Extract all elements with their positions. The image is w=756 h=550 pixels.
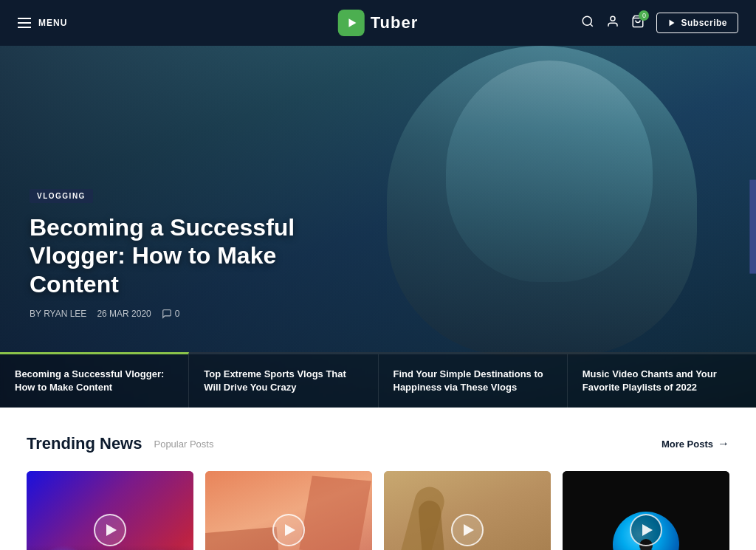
category-tag[interactable]: VLOGGING [30,189,93,203]
cart-icon[interactable]: 0 [631,15,645,32]
play-button-3[interactable] [451,514,484,546]
search-icon[interactable] [581,15,594,32]
slide-text-3: Find Your Simple Destinations to Happine… [394,368,552,394]
logo[interactable]: Tuber [338,10,418,36]
more-posts-link[interactable]: More Posts → [662,437,729,450]
svg-point-1 [583,16,592,25]
subscribe-label: Subscribe [681,18,727,28]
hero-slide-2[interactable]: Top Extreme Sports Vlogs That Will Drive… [189,352,378,408]
svg-marker-5 [670,20,675,27]
play-overlay-1 [27,471,193,550]
hero-slides: Becoming a Successful Vlogger: How to Ma… [0,352,756,408]
site-header: MENU Tuber 0 [0,0,756,46]
play-icon-1 [106,524,117,536]
trending-title: Trending News [27,434,142,453]
svg-line-2 [591,24,593,26]
post-card-4[interactable] [563,471,729,550]
play-icon-3 [464,524,474,536]
hero-title[interactable]: Becoming a Successful Vlogger: How to Ma… [30,213,369,298]
post-card-1[interactable] [27,471,193,550]
trending-header: Trending News Popular Posts More Posts → [27,434,729,453]
more-posts-label: More Posts [662,439,713,450]
menu-button[interactable]: MENU [18,18,67,28]
hero-slide-4[interactable]: Music Video Chants and Your Favorite Pla… [568,352,756,408]
trending-section: Trending News Popular Posts More Posts → [0,408,756,550]
svg-point-3 [611,16,615,21]
post-card-2[interactable] [205,471,372,550]
subscribe-button[interactable]: Subscribe [656,13,738,33]
post-card-3[interactable] [384,471,551,550]
trending-title-group: Trending News Popular Posts [27,434,213,453]
play-overlay-3 [384,471,551,550]
posts-grid [27,471,729,550]
logo-icon [338,10,365,36]
play-icon-4 [642,524,653,536]
slide-text-1: Becoming a Successful Vlogger: How to Ma… [15,368,173,394]
hero-slide-1[interactable]: Becoming a Successful Vlogger: How to Ma… [0,352,189,408]
hero-slide-3[interactable]: Find Your Simple Destinations to Happine… [379,352,568,408]
hero-content: VLOGGING Becoming a Successful Vlogger: … [30,188,369,319]
tuber-demos-tab[interactable]: Tuber Demos [750,180,756,274]
play-button-2[interactable] [272,514,305,546]
play-button-4[interactable] [630,514,662,546]
hero-section: VLOGGING Becoming a Successful Vlogger: … [0,46,756,408]
menu-label: MENU [38,18,67,28]
popular-posts-label: Popular Posts [154,439,213,450]
hero-comments: 0 [162,309,180,319]
logo-text: Tuber [371,13,418,32]
svg-marker-0 [348,18,356,27]
play-icon-2 [285,524,295,536]
arrow-right-icon: → [718,437,729,450]
header-actions: 0 Subscribe [581,13,738,33]
user-icon[interactable] [606,15,619,32]
slide-text-4: Music Video Chants and Your Favorite Pla… [583,368,741,394]
hero-image: VLOGGING Becoming a Successful Vlogger: … [0,46,756,408]
hero-meta: BY RYAN LEE 26 MAR 2020 0 [30,309,369,319]
hamburger-icon [18,18,31,28]
play-overlay-4 [563,471,729,550]
hero-author: BY RYAN LEE [30,309,86,319]
slide-text-2: Top Extreme Sports Vlogs That Will Drive… [204,368,362,394]
play-button-1[interactable] [94,514,126,546]
hero-date: 26 MAR 2020 [97,309,151,319]
cart-badge: 0 [639,10,649,21]
play-overlay-2 [205,471,372,550]
